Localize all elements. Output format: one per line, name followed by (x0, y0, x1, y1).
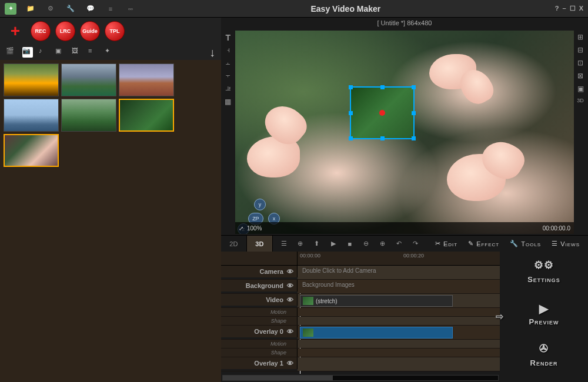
maximize-button[interactable]: ☐ (570, 5, 576, 12)
tools-section[interactable]: 🔧Tools (510, 240, 541, 247)
eye-icon[interactable]: 👁 (287, 268, 293, 275)
expand-icon[interactable]: ⤢ (239, 225, 243, 232)
scrollbar-track[interactable] (222, 375, 499, 381)
right-panel: [ Untitle *] 864x480 T ⫞ ⫠ ⫟ ⫡ ▦ (221, 18, 588, 382)
tab-2d[interactable]: 2D (221, 236, 247, 252)
thumbnail-forest[interactable] (61, 99, 116, 132)
settings-button[interactable]: ⚙⚙Settings (509, 261, 579, 289)
media-tabs: 🎬 📷 ♪ ▣ 🖼 ≡ ✦ ↓ (0, 45, 221, 60)
thumbnail-sunset[interactable] (4, 63, 59, 96)
folder-icon[interactable]: 📁 (25, 3, 36, 15)
align-v-icon[interactable]: ⫡ (223, 85, 233, 94)
gear-icon[interactable]: ⚙ (45, 3, 56, 15)
track-ov0-motion: Motion (221, 340, 500, 349)
link-h-icon[interactable]: ⊞ (576, 33, 585, 42)
lrc-button[interactable]: LRC (55, 21, 75, 41)
render-button[interactable]: ✇Render (509, 344, 579, 373)
scrollbar-thumb[interactable] (223, 376, 333, 380)
zoom-level: 100% (247, 225, 262, 232)
db-icon[interactable]: ≡ (105, 3, 116, 15)
eye-icon[interactable]: 👁 (287, 282, 293, 289)
track-bg-head: Background👁 (221, 280, 298, 291)
align-top-icon[interactable]: ⫠ (223, 59, 233, 68)
action-column: ⚙⚙Settings ⇨▶Preview ✇Render (500, 252, 588, 382)
camera-tab-icon[interactable]: 📷 (22, 47, 33, 58)
track-overlay0: Overlay 0👁 (221, 326, 500, 340)
ruler-marks: 00:00:00 00:00:20 00:00:40 00:01:00 (298, 252, 500, 265)
tpl-button[interactable]: TPL (105, 21, 125, 41)
track-camera-body[interactable]: Double Click to Add Camera (298, 266, 500, 279)
sparkle-icon[interactable]: ✦ (5, 3, 16, 15)
align-h-icon[interactable]: ⫟ (223, 72, 233, 81)
arrow-right-icon: ⇨ (496, 311, 504, 322)
camera-add-icon[interactable]: ⊕ (295, 239, 306, 249)
music-tab-icon[interactable]: ♪ (39, 47, 49, 58)
dist-h-icon[interactable]: ⊡ (576, 59, 585, 68)
zoom-in-icon[interactable]: ⊕ (377, 239, 388, 249)
menu-icon[interactable]: ☰ (279, 239, 289, 249)
overlay-clip[interactable] (300, 327, 453, 339)
preview-canvas[interactable]: y ZP x z ⤢ 100% 00:00:00.0 (235, 31, 574, 234)
link-v-icon[interactable]: ⊟ (576, 46, 585, 55)
track-video-motion: Motion (221, 308, 500, 317)
gears-icon: ⚙⚙ (534, 259, 554, 272)
scissors-icon: ✂ (435, 240, 441, 247)
help-button[interactable]: ? (555, 5, 559, 12)
sfx-tab-icon[interactable]: ▣ (55, 47, 66, 58)
effect-section[interactable]: ✎Effect (468, 240, 499, 247)
rec-button[interactable]: REC (31, 21, 51, 41)
mode3d-icon[interactable]: 3D (576, 98, 585, 107)
overlay-center-icon[interactable] (379, 110, 385, 116)
axis-y-button[interactable]: y (254, 199, 266, 210)
play-icon[interactable]: ▶ (328, 239, 339, 249)
timeline-ruler[interactable]: 00:00:00 00:00:20 00:00:40 00:01:00 (221, 252, 500, 266)
up-icon[interactable]: ⬆ (312, 239, 322, 249)
add-button[interactable]: + (5, 21, 26, 42)
eye-icon[interactable]: 👁 (287, 360, 293, 367)
tracks: Camera👁 Double Click to Add Camera Backg… (221, 266, 500, 374)
timeline-scrollbar (221, 374, 500, 382)
zoom-out-icon[interactable]: ⊖ (361, 239, 372, 249)
wrench-icon[interactable]: 🔧 (65, 3, 76, 15)
track-overlay0-body[interactable] (298, 326, 500, 339)
eye-icon[interactable]: 👁 (287, 296, 293, 303)
group-icon[interactable]: ▣ (576, 85, 585, 94)
grid-icon[interactable]: ▦ (223, 98, 233, 107)
preview-title: [ Untitle *] 864x480 (221, 18, 588, 29)
preview-area: T ⫞ ⫠ ⫟ ⫡ ▦ (221, 29, 588, 235)
eye-icon[interactable]: 👁 (287, 328, 293, 335)
overlay-selection[interactable] (350, 86, 415, 139)
redo-icon[interactable]: ↷ (410, 239, 421, 249)
left-panel: + REC LRC Guide TPL 🎬 📷 ♪ ▣ 🖼 ≡ ✦ ↓ (0, 18, 221, 382)
chat-icon[interactable]: 💬 (85, 3, 96, 15)
download-icon[interactable]: ↓ (209, 46, 215, 59)
preview-button[interactable]: ⇨▶Preview (509, 303, 579, 331)
video-clip[interactable]: (stretch) (300, 295, 453, 307)
thumbnail-flowers[interactable] (4, 134, 59, 167)
image-tab-icon[interactable]: 🖼 (72, 47, 82, 58)
track-bg-body[interactable]: Background Images (298, 280, 500, 293)
track-video-body[interactable]: (stretch) (298, 294, 500, 307)
text-tool-icon[interactable]: T (223, 33, 233, 42)
list-tab-icon[interactable]: ≡ (88, 47, 99, 58)
dist-v-icon[interactable]: ⊠ (576, 72, 585, 81)
window-controls: ? – ☐ X (555, 5, 583, 12)
fx-icon[interactable]: ▫▫ (125, 3, 136, 15)
guide-button[interactable]: Guide (80, 21, 100, 41)
undo-icon[interactable]: ↶ (394, 239, 405, 249)
preview-left-tools: T ⫞ ⫠ ⫟ ⫡ ▦ (222, 31, 235, 234)
views-section[interactable]: ☰Views (552, 240, 580, 247)
track-camera-head: Camera👁 (221, 266, 298, 277)
thumbnail-canyon[interactable] (119, 63, 174, 96)
thumbnail-river[interactable] (61, 63, 116, 96)
film-tab-icon[interactable]: 🎬 (6, 47, 16, 58)
close-button[interactable]: X (579, 5, 583, 12)
puzzle-tab-icon[interactable]: ✦ (105, 47, 115, 58)
stop-icon[interactable]: ■ (345, 239, 355, 249)
minimize-button[interactable]: – (563, 5, 566, 12)
align-left-icon[interactable]: ⫞ (223, 46, 233, 55)
thumbnail-green[interactable] (119, 99, 174, 132)
thumbnail-ocean[interactable] (4, 99, 59, 132)
edit-section[interactable]: ✂Edit (435, 240, 457, 247)
tab-3d[interactable]: 3D (247, 236, 273, 252)
